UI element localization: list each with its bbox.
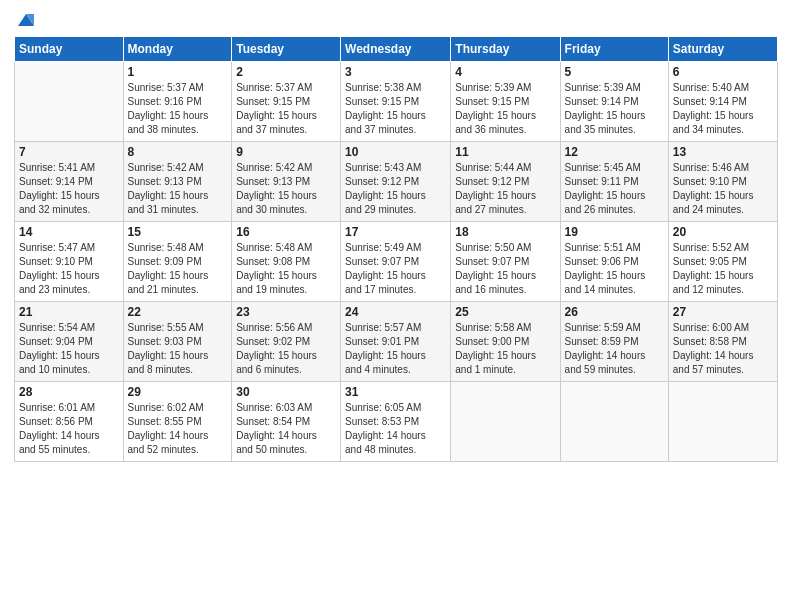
day-header-sunday: Sunday	[15, 37, 124, 62]
calendar-cell: 4Sunrise: 5:39 AMSunset: 9:15 PMDaylight…	[451, 62, 560, 142]
calendar: SundayMondayTuesdayWednesdayThursdayFrid…	[14, 36, 778, 462]
day-info: Sunrise: 5:47 AMSunset: 9:10 PMDaylight:…	[19, 241, 119, 297]
day-info: Sunrise: 5:51 AMSunset: 9:06 PMDaylight:…	[565, 241, 664, 297]
day-number: 23	[236, 305, 336, 319]
calendar-week-3: 14Sunrise: 5:47 AMSunset: 9:10 PMDayligh…	[15, 222, 778, 302]
calendar-cell: 25Sunrise: 5:58 AMSunset: 9:00 PMDayligh…	[451, 302, 560, 382]
page: SundayMondayTuesdayWednesdayThursdayFrid…	[0, 0, 792, 612]
day-info: Sunrise: 5:46 AMSunset: 9:10 PMDaylight:…	[673, 161, 773, 217]
day-number: 7	[19, 145, 119, 159]
day-header-monday: Monday	[123, 37, 232, 62]
calendar-cell: 3Sunrise: 5:38 AMSunset: 9:15 PMDaylight…	[341, 62, 451, 142]
day-number: 25	[455, 305, 555, 319]
day-info: Sunrise: 5:56 AMSunset: 9:02 PMDaylight:…	[236, 321, 336, 377]
calendar-cell: 22Sunrise: 5:55 AMSunset: 9:03 PMDayligh…	[123, 302, 232, 382]
day-number: 14	[19, 225, 119, 239]
calendar-cell: 17Sunrise: 5:49 AMSunset: 9:07 PMDayligh…	[341, 222, 451, 302]
day-info: Sunrise: 5:42 AMSunset: 9:13 PMDaylight:…	[236, 161, 336, 217]
calendar-cell: 9Sunrise: 5:42 AMSunset: 9:13 PMDaylight…	[232, 142, 341, 222]
calendar-cell: 7Sunrise: 5:41 AMSunset: 9:14 PMDaylight…	[15, 142, 124, 222]
day-number: 6	[673, 65, 773, 79]
calendar-cell: 26Sunrise: 5:59 AMSunset: 8:59 PMDayligh…	[560, 302, 668, 382]
day-info: Sunrise: 5:52 AMSunset: 9:05 PMDaylight:…	[673, 241, 773, 297]
calendar-cell: 19Sunrise: 5:51 AMSunset: 9:06 PMDayligh…	[560, 222, 668, 302]
day-number: 29	[128, 385, 228, 399]
day-number: 8	[128, 145, 228, 159]
header	[14, 10, 778, 30]
day-info: Sunrise: 5:55 AMSunset: 9:03 PMDaylight:…	[128, 321, 228, 377]
day-header-tuesday: Tuesday	[232, 37, 341, 62]
day-number: 18	[455, 225, 555, 239]
calendar-cell: 10Sunrise: 5:43 AMSunset: 9:12 PMDayligh…	[341, 142, 451, 222]
calendar-cell	[451, 382, 560, 462]
day-info: Sunrise: 5:59 AMSunset: 8:59 PMDaylight:…	[565, 321, 664, 377]
day-info: Sunrise: 5:58 AMSunset: 9:00 PMDaylight:…	[455, 321, 555, 377]
day-info: Sunrise: 6:00 AMSunset: 8:58 PMDaylight:…	[673, 321, 773, 377]
day-number: 26	[565, 305, 664, 319]
day-info: Sunrise: 5:44 AMSunset: 9:12 PMDaylight:…	[455, 161, 555, 217]
logo-icon	[16, 10, 36, 30]
day-info: Sunrise: 5:57 AMSunset: 9:01 PMDaylight:…	[345, 321, 446, 377]
calendar-cell: 11Sunrise: 5:44 AMSunset: 9:12 PMDayligh…	[451, 142, 560, 222]
calendar-cell: 5Sunrise: 5:39 AMSunset: 9:14 PMDaylight…	[560, 62, 668, 142]
day-number: 27	[673, 305, 773, 319]
day-number: 19	[565, 225, 664, 239]
day-info: Sunrise: 5:54 AMSunset: 9:04 PMDaylight:…	[19, 321, 119, 377]
calendar-week-4: 21Sunrise: 5:54 AMSunset: 9:04 PMDayligh…	[15, 302, 778, 382]
calendar-week-2: 7Sunrise: 5:41 AMSunset: 9:14 PMDaylight…	[15, 142, 778, 222]
calendar-cell: 27Sunrise: 6:00 AMSunset: 8:58 PMDayligh…	[668, 302, 777, 382]
day-info: Sunrise: 5:41 AMSunset: 9:14 PMDaylight:…	[19, 161, 119, 217]
day-number: 31	[345, 385, 446, 399]
calendar-cell: 28Sunrise: 6:01 AMSunset: 8:56 PMDayligh…	[15, 382, 124, 462]
calendar-cell: 29Sunrise: 6:02 AMSunset: 8:55 PMDayligh…	[123, 382, 232, 462]
day-number: 10	[345, 145, 446, 159]
calendar-cell: 18Sunrise: 5:50 AMSunset: 9:07 PMDayligh…	[451, 222, 560, 302]
calendar-cell: 30Sunrise: 6:03 AMSunset: 8:54 PMDayligh…	[232, 382, 341, 462]
day-info: Sunrise: 5:49 AMSunset: 9:07 PMDaylight:…	[345, 241, 446, 297]
day-number: 20	[673, 225, 773, 239]
calendar-week-5: 28Sunrise: 6:01 AMSunset: 8:56 PMDayligh…	[15, 382, 778, 462]
day-number: 30	[236, 385, 336, 399]
day-number: 11	[455, 145, 555, 159]
calendar-cell	[15, 62, 124, 142]
day-number: 13	[673, 145, 773, 159]
calendar-cell: 16Sunrise: 5:48 AMSunset: 9:08 PMDayligh…	[232, 222, 341, 302]
day-header-wednesday: Wednesday	[341, 37, 451, 62]
day-info: Sunrise: 5:37 AMSunset: 9:16 PMDaylight:…	[128, 81, 228, 137]
day-info: Sunrise: 5:39 AMSunset: 9:15 PMDaylight:…	[455, 81, 555, 137]
day-info: Sunrise: 5:48 AMSunset: 9:08 PMDaylight:…	[236, 241, 336, 297]
calendar-cell: 20Sunrise: 5:52 AMSunset: 9:05 PMDayligh…	[668, 222, 777, 302]
day-number: 2	[236, 65, 336, 79]
day-number: 22	[128, 305, 228, 319]
day-header-thursday: Thursday	[451, 37, 560, 62]
day-info: Sunrise: 5:37 AMSunset: 9:15 PMDaylight:…	[236, 81, 336, 137]
day-number: 21	[19, 305, 119, 319]
day-number: 5	[565, 65, 664, 79]
calendar-cell: 24Sunrise: 5:57 AMSunset: 9:01 PMDayligh…	[341, 302, 451, 382]
day-number: 1	[128, 65, 228, 79]
calendar-cell	[668, 382, 777, 462]
day-number: 17	[345, 225, 446, 239]
day-number: 16	[236, 225, 336, 239]
day-number: 12	[565, 145, 664, 159]
calendar-cell: 8Sunrise: 5:42 AMSunset: 9:13 PMDaylight…	[123, 142, 232, 222]
calendar-cell: 6Sunrise: 5:40 AMSunset: 9:14 PMDaylight…	[668, 62, 777, 142]
day-info: Sunrise: 5:38 AMSunset: 9:15 PMDaylight:…	[345, 81, 446, 137]
calendar-cell: 23Sunrise: 5:56 AMSunset: 9:02 PMDayligh…	[232, 302, 341, 382]
day-info: Sunrise: 5:43 AMSunset: 9:12 PMDaylight:…	[345, 161, 446, 217]
logo	[14, 10, 36, 30]
calendar-cell: 1Sunrise: 5:37 AMSunset: 9:16 PMDaylight…	[123, 62, 232, 142]
day-number: 15	[128, 225, 228, 239]
day-info: Sunrise: 5:39 AMSunset: 9:14 PMDaylight:…	[565, 81, 664, 137]
calendar-cell: 14Sunrise: 5:47 AMSunset: 9:10 PMDayligh…	[15, 222, 124, 302]
calendar-cell	[560, 382, 668, 462]
day-info: Sunrise: 5:48 AMSunset: 9:09 PMDaylight:…	[128, 241, 228, 297]
calendar-cell: 15Sunrise: 5:48 AMSunset: 9:09 PMDayligh…	[123, 222, 232, 302]
day-info: Sunrise: 6:05 AMSunset: 8:53 PMDaylight:…	[345, 401, 446, 457]
calendar-cell: 21Sunrise: 5:54 AMSunset: 9:04 PMDayligh…	[15, 302, 124, 382]
day-header-saturday: Saturday	[668, 37, 777, 62]
day-number: 9	[236, 145, 336, 159]
day-number: 24	[345, 305, 446, 319]
calendar-header-row: SundayMondayTuesdayWednesdayThursdayFrid…	[15, 37, 778, 62]
day-header-friday: Friday	[560, 37, 668, 62]
